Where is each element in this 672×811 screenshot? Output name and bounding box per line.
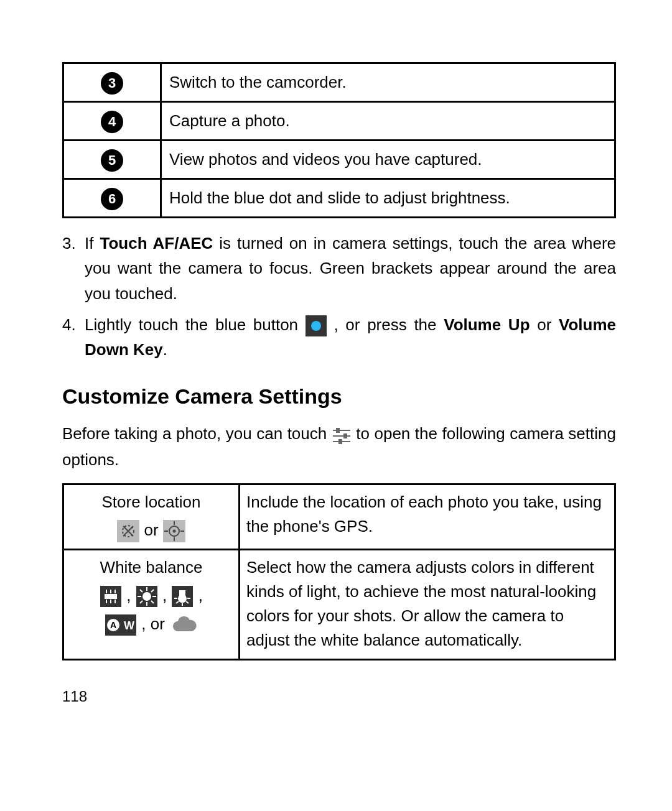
svg-rect-5 <box>339 440 342 443</box>
svg-rect-3 <box>337 429 339 432</box>
wb-auto-icon: A W <box>105 614 136 636</box>
row-icon-cell: 6 <box>63 179 161 218</box>
number-badge-icon: 4 <box>101 111 123 133</box>
number-badge-icon: 3 <box>101 72 123 95</box>
text-bold: Touch AF/AEC <box>100 234 213 253</box>
wb-incandescent-icon <box>172 586 193 607</box>
list-item: 3. If Touch AF/AEC is turned on in camer… <box>62 231 616 306</box>
svg-line-33 <box>176 601 179 603</box>
table-row: 4 Capture a photo. <box>63 102 615 141</box>
list-item: 4. Lightly touch the blue button , or pr… <box>62 312 616 363</box>
text: or <box>144 521 162 539</box>
intro-paragraph: Before taking a photo, you can touch to … <box>62 421 616 473</box>
list-index: 4. <box>62 312 85 363</box>
text: Lightly touch the blue button <box>85 315 306 334</box>
text: Before taking a photo, you can touch <box>62 424 332 443</box>
text: If <box>85 234 100 253</box>
svg-text:W: W <box>124 619 134 632</box>
text: , or press the <box>334 315 444 334</box>
wb-cloudy-icon <box>169 615 198 635</box>
svg-line-28 <box>151 601 154 603</box>
wb-fluorescent-icon <box>100 586 121 607</box>
row-icon-cell: 4 <box>63 102 161 141</box>
svg-line-27 <box>140 590 142 592</box>
list-index: 3. <box>62 231 85 306</box>
svg-line-34 <box>186 601 189 603</box>
sliders-icon <box>332 427 352 444</box>
gps-off-icon <box>117 520 139 542</box>
settings-description-cell: Select how the camera adjusts colors in … <box>240 549 615 659</box>
row-icon-cell: 3 <box>63 63 161 102</box>
table-row: Store location or <box>63 484 615 549</box>
svg-point-10 <box>172 529 175 532</box>
svg-line-29 <box>151 590 154 592</box>
table-row: 6 Hold the blue dot and slide to adjust … <box>63 179 615 218</box>
text: , or <box>141 614 169 633</box>
svg-line-30 <box>140 601 142 603</box>
settings-title: White balance <box>70 555 232 580</box>
svg-point-22 <box>143 593 151 600</box>
row-text-cell: View photos and videos you have captured… <box>161 141 615 179</box>
text: or <box>530 315 559 334</box>
number-badge-icon: 6 <box>101 188 123 210</box>
row-icon-cell: 5 <box>63 141 161 179</box>
table-row: 5 View photos and videos you have captur… <box>63 141 615 179</box>
text: . <box>163 340 167 359</box>
svg-rect-4 <box>344 434 347 438</box>
section-heading: Customize Camera Settings <box>62 381 616 412</box>
icon-description-table: 3 Switch to the camcorder. 4 Capture a p… <box>62 62 616 218</box>
settings-title: Store location <box>70 490 232 514</box>
svg-rect-15 <box>105 595 116 598</box>
page-number: 118 <box>62 685 616 708</box>
settings-table: Store location or <box>62 483 616 660</box>
list-body: If Touch AF/AEC is turned on in camera s… <box>85 231 616 306</box>
gps-on-icon <box>163 520 185 542</box>
table-row: 3 Switch to the camcorder. <box>63 63 615 102</box>
blue-dot-button-icon <box>306 315 327 336</box>
settings-label-cell: White balance , <box>63 549 240 659</box>
row-text-cell: Capture a photo. <box>161 102 615 141</box>
list-body: Lightly touch the blue button , or press… <box>85 312 616 363</box>
table-row: White balance , <box>63 549 615 659</box>
settings-description-cell: Include the location of each photo you t… <box>240 484 615 549</box>
svg-text:A: A <box>110 620 116 630</box>
text-bold: Volume Up <box>444 315 530 334</box>
settings-label-cell: Store location or <box>63 484 240 549</box>
number-badge-icon: 5 <box>101 149 123 172</box>
row-text-cell: Switch to the camcorder. <box>161 63 615 102</box>
instruction-list: 3. If Touch AF/AEC is turned on in camer… <box>62 231 616 362</box>
wb-daylight-icon <box>136 586 157 607</box>
row-text-cell: Hold the blue dot and slide to adjust br… <box>161 179 615 218</box>
